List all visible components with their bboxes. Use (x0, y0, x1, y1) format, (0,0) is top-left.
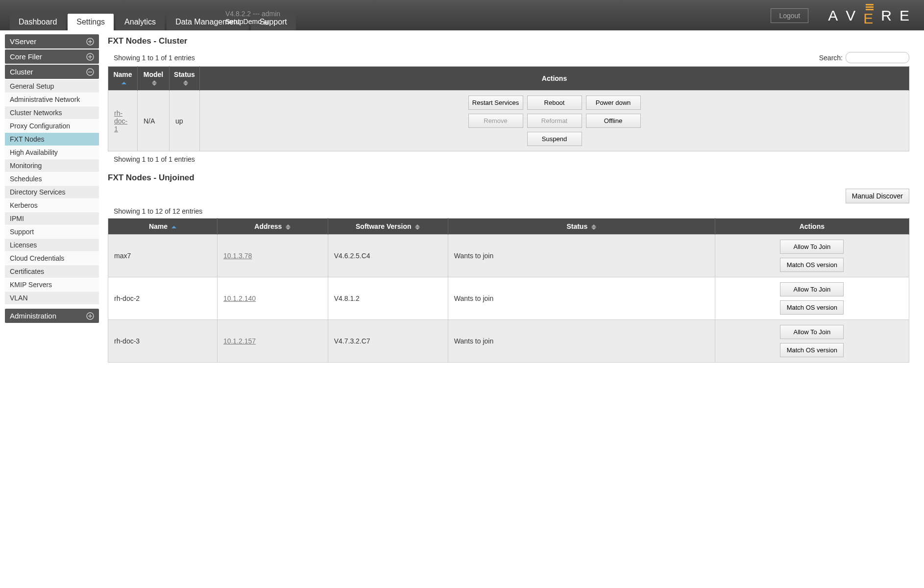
search-input[interactable] (846, 52, 909, 63)
manual-discover-button[interactable]: Manual Discover (846, 189, 909, 203)
sort-icon (591, 224, 596, 230)
tab-settings[interactable]: Settings (68, 14, 114, 30)
col-status[interactable]: Status (448, 219, 715, 235)
plus-icon (86, 38, 94, 46)
sidebar-item-licenses[interactable]: Licenses (5, 239, 99, 252)
node-link[interactable]: rh-doc-1 (114, 109, 127, 133)
remove-button[interactable]: Remove (468, 114, 523, 128)
sidebar-item-general-setup[interactable]: General Setup (5, 80, 99, 93)
sidebar-item-support[interactable]: Support (5, 225, 99, 239)
sidebar-item-directory-services[interactable]: Directory Services (5, 186, 99, 199)
cell-name: rh-doc-3 (108, 320, 218, 363)
setup-name[interactable]: SetupDemo ▤ (225, 18, 280, 25)
cell-version: V4.8.1.2 (328, 277, 448, 320)
unjoined-table: Name Address Software Version Status (108, 218, 909, 363)
cell-status: Wants to join (448, 320, 715, 363)
sidebar-item-high-availability[interactable]: High Availability (5, 146, 99, 159)
cell-version: V4.7.3.2.C7 (328, 320, 448, 363)
version-string: V4.8.2.2 --- admin (225, 10, 280, 18)
tab-dashboard[interactable]: Dashboard (10, 14, 66, 30)
sidebar-item-proxy-configuration[interactable]: Proxy Configuration (5, 120, 99, 133)
col-version[interactable]: Software Version (328, 219, 448, 235)
sidebar-item-monitoring[interactable]: Monitoring (5, 159, 99, 172)
unjoined-title: FXT Nodes - Unjoined (108, 173, 909, 183)
cell-status: Wants to join (448, 235, 715, 277)
address-link[interactable]: 10.1.3.78 (223, 252, 252, 260)
offline-button[interactable]: Offline (586, 114, 641, 128)
col-name[interactable]: Name (108, 219, 218, 235)
logout-button[interactable]: Logout (771, 8, 808, 23)
table-row: rh-doc-210.1.2.140V4.8.1.2Wants to joinA… (108, 277, 909, 320)
main: VServerCore FilerClusterGeneral SetupAdm… (0, 30, 924, 367)
header: DashboardSettingsAnalyticsData Managemen… (0, 0, 924, 30)
sidebar-item-vlan[interactable]: VLAN (5, 292, 99, 305)
cell-model: N/A (138, 91, 170, 151)
cell-status: up (170, 91, 200, 151)
col-name[interactable]: Name (108, 67, 138, 91)
cell-name: rh-doc-2 (108, 277, 218, 320)
sidebar-section-administration[interactable]: Administration (5, 309, 99, 323)
sidebar: VServerCore FilerClusterGeneral SetupAdm… (5, 34, 99, 363)
address-link[interactable]: 10.1.2.140 (223, 294, 256, 302)
cluster-title: FXT Nodes - Cluster (108, 36, 909, 46)
cell-status: Wants to join (448, 277, 715, 320)
allow-to-join-button[interactable]: Allow To Join (780, 240, 844, 254)
sidebar-section-cluster[interactable]: Cluster (5, 65, 99, 79)
sidebar-item-cloud-credentials[interactable]: Cloud Credentials (5, 252, 99, 265)
sidebar-section-vserver[interactable]: VServer (5, 34, 99, 49)
search-label: Search: (819, 54, 843, 62)
sort-icon (183, 80, 188, 86)
restart-services-button[interactable]: Restart Services (468, 96, 523, 110)
col-actions: Actions (715, 219, 909, 235)
sidebar-item-cluster-networks[interactable]: Cluster Networks (5, 106, 99, 120)
col-actions: Actions (200, 67, 909, 91)
plus-icon (86, 53, 94, 61)
logo-bars-icon (866, 4, 874, 10)
content: FXT Nodes - Cluster Showing 1 to 1 of 1 … (108, 34, 919, 363)
col-status[interactable]: Status (170, 67, 200, 91)
table-row: max710.1.3.78V4.6.2.5.C4Wants to joinAll… (108, 235, 909, 277)
sort-icon (171, 226, 176, 228)
sidebar-item-ipmi[interactable]: IPMI (5, 212, 99, 225)
unjoined-showing: Showing 1 to 12 of 12 entries (114, 207, 909, 215)
dropdown-icon: ▤ (264, 19, 268, 25)
sidebar-section-core-filer[interactable]: Core Filer (5, 49, 99, 64)
cell-name: max7 (108, 235, 218, 277)
table-row: rh-doc-310.1.2.157V4.7.3.2.C7Wants to jo… (108, 320, 909, 363)
sort-icon (122, 82, 126, 84)
sort-icon (286, 224, 291, 230)
sort-icon (152, 80, 157, 86)
match-os-version-button[interactable]: Match OS version (780, 343, 844, 357)
tab-analytics[interactable]: Analytics (116, 14, 165, 30)
minus-icon (86, 68, 94, 76)
sidebar-item-administrative-network[interactable]: Administrative Network (5, 93, 99, 106)
sidebar-item-kerberos[interactable]: Kerberos (5, 199, 99, 212)
match-os-version-button[interactable]: Match OS version (780, 300, 844, 315)
power-down-button[interactable]: Power down (586, 96, 641, 110)
reboot-button[interactable]: Reboot (527, 96, 582, 110)
address-link[interactable]: 10.1.2.157 (223, 337, 256, 345)
table-row: rh-doc-1 N/A up Restart Services Reboot … (108, 91, 909, 151)
plus-icon (86, 312, 94, 320)
match-os-version-button[interactable]: Match OS version (780, 258, 844, 272)
sidebar-item-fxt-nodes[interactable]: FXT Nodes (5, 133, 99, 146)
logo: A V E R E (828, 4, 914, 27)
cluster-showing-top: Showing 1 to 1 of 1 entries (114, 54, 195, 62)
sidebar-item-kmip-servers[interactable]: KMIP Servers (5, 278, 99, 292)
reformat-button[interactable]: Reformat (527, 114, 582, 128)
sidebar-item-schedules[interactable]: Schedules (5, 172, 99, 186)
cluster-showing-bottom: Showing 1 to 1 of 1 entries (114, 155, 909, 163)
version-info: V4.8.2.2 --- admin SetupDemo ▤ (225, 10, 280, 25)
sidebar-item-certificates[interactable]: Certificates (5, 265, 99, 278)
col-address[interactable]: Address (217, 219, 328, 235)
col-model[interactable]: Model (138, 67, 170, 91)
cell-version: V4.6.2.5.C4 (328, 235, 448, 277)
allow-to-join-button[interactable]: Allow To Join (780, 325, 844, 339)
allow-to-join-button[interactable]: Allow To Join (780, 282, 844, 296)
suspend-button[interactable]: Suspend (527, 132, 582, 146)
sort-icon (415, 224, 420, 230)
cluster-table: Name Model Status Actions rh-d (108, 66, 909, 151)
